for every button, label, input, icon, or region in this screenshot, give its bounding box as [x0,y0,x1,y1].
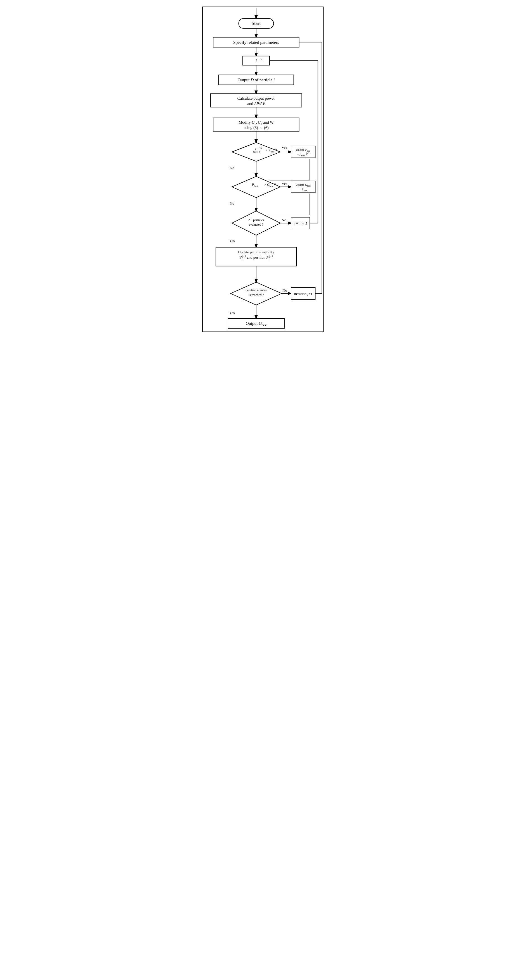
diamond1-no: No [230,165,234,170]
inc-i-label: i = i + 1 [294,221,307,225]
diamond4-yes: Yes [229,310,235,315]
specify-label: Specify related parameters [233,40,279,45]
init-i-label: i [255,58,257,64]
calc-label-1: Calculate output power [237,96,275,100]
flowchart-container: Start Specify related parameters i = 1 O… [183,0,329,468]
diamond3-no: No [281,218,286,222]
diamond4-label-2: is reached ? [248,293,263,297]
diamond1-sub: j+1 [258,146,262,149]
diamond3-label-2: evaluated ? [249,223,263,226]
diamond3-yes: Yes [229,239,235,243]
init-i-eq: = 1 [257,58,263,64]
diamond4-label-1: Iteration number [245,288,267,292]
diamond1-label-2: best, i [253,150,259,153]
diamond4-no: No [282,288,287,293]
start-label: Start [251,21,261,26]
iter-j1-label: Iteration j+1 [294,291,312,296]
diamond2-yes: Yes [281,181,287,186]
output-d-label: Output D of particle i [237,77,274,82]
diamond2-no: No [230,201,234,205]
diamond1-yes: Yes [281,146,287,150]
calc-label-2: and ΔP/ΔV [247,101,266,106]
update-gbest-node [291,181,315,193]
modify-label-2: using (3) ～ (6) [243,126,269,130]
diamond3-label-1: All particles [248,218,264,222]
update-vel-label-1: Update particle velocity [238,250,274,254]
outer-border [202,7,323,332]
